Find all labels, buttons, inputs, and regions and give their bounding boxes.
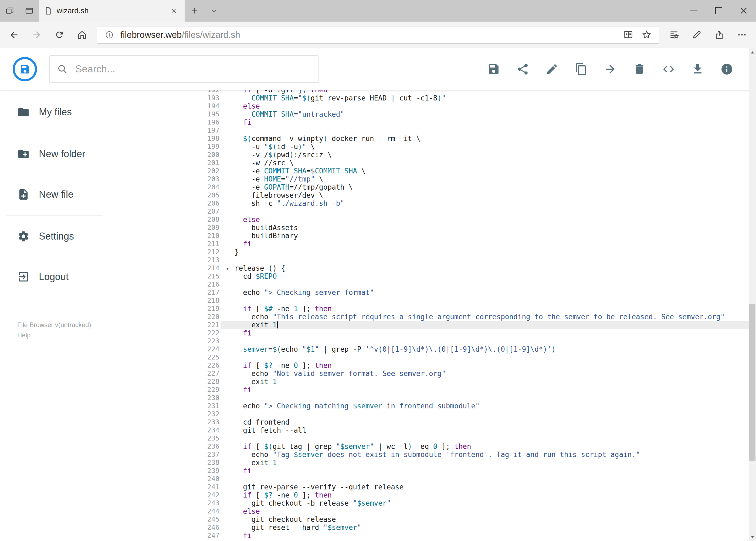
code-row[interactable]: 219 if [ $# -ne 1 ]; then <box>109 305 756 313</box>
code-row[interactable]: 235 <box>109 434 756 442</box>
site-info-icon[interactable] <box>102 28 117 42</box>
add-favorite-button[interactable] <box>639 28 654 42</box>
sidebar-item-new-file[interactable]: New file <box>0 174 109 215</box>
code-row[interactable]: 241 git rev-parse --verify --quiet relea… <box>109 483 756 491</box>
code-row[interactable]: 222 fi <box>109 329 756 337</box>
browser-tab[interactable]: wizard.sh <box>39 0 185 22</box>
search-box[interactable] <box>49 55 319 83</box>
save-button[interactable] <box>487 62 501 76</box>
code-row[interactable]: 212} <box>109 248 756 256</box>
home-button[interactable] <box>71 24 94 46</box>
code-row[interactable]: 208 else <box>109 216 756 224</box>
code-row[interactable]: 198 $(command -v winpty) docker run --rm… <box>109 135 756 143</box>
code-row[interactable]: 217 echo "> Checking semver format" <box>109 288 756 296</box>
scroll-up-button[interactable] <box>749 48 756 56</box>
filebrowser-logo[interactable] <box>12 57 37 82</box>
code-row[interactable]: 194 else <box>109 102 756 110</box>
code-row[interactable]: 204 -e GOPATH=//tmp/gopath \ <box>109 183 756 191</box>
rename-button[interactable] <box>545 62 559 76</box>
set-aside-tabs-button[interactable] <box>0 0 19 22</box>
sidebar-item-settings[interactable]: Settings <box>0 216 109 257</box>
code-row[interactable]: 228 exit 1 <box>109 377 756 386</box>
code-row[interactable]: 237 echo "Tag $semver does not exist in … <box>109 450 756 459</box>
code-row[interactable]: 229 fi <box>109 386 756 394</box>
code-row[interactable]: 242 if [ $? -ne 0 ]; then <box>109 491 756 499</box>
help-link[interactable]: Help <box>17 330 91 340</box>
code-row[interactable]: 227 echo "Not valid semver format. See s… <box>109 369 756 377</box>
code-row[interactable]: 192 if [ -d .git ]; then <box>109 90 756 94</box>
tab-strip-chevron-button[interactable] <box>204 0 223 22</box>
url-text[interactable]: filebrowser.web/files/wizard.sh <box>121 30 240 40</box>
back-button[interactable] <box>3 24 25 46</box>
code-row[interactable]: 206 sh -c "./wizard.sh -b" <box>109 199 756 208</box>
code-row[interactable]: 245 git checkout release <box>109 515 756 523</box>
move-button[interactable] <box>603 62 617 76</box>
delete-button[interactable] <box>632 62 646 76</box>
code-row[interactable]: 232 <box>109 410 756 418</box>
code-row[interactable]: 231 echo "> Checking matching $semver in… <box>109 402 756 410</box>
scroll-down-button[interactable] <box>749 533 756 541</box>
code-row[interactable]: 209 buildAssets <box>109 224 756 232</box>
code-row[interactable]: 197 <box>109 126 756 135</box>
favorites-hub-button[interactable] <box>662 24 685 46</box>
code-row[interactable]: 193 COMMIT_SHA="$(git rev-parse HEAD | c… <box>109 94 756 102</box>
code-row[interactable]: 238 exit 1 <box>109 459 756 467</box>
code-row[interactable]: 214▾release () { <box>109 264 756 272</box>
code-row[interactable]: 234 git fetch --all <box>109 426 756 434</box>
code-row[interactable]: 244 else <box>109 507 756 515</box>
fold-marker-icon[interactable]: ▾ <box>226 265 229 272</box>
code-row[interactable]: 195 COMMIT_SHA="untracked" <box>109 110 756 118</box>
minimize-button[interactable] <box>681 0 706 22</box>
sidebar-item-my-files[interactable]: My files <box>0 92 109 132</box>
code-row[interactable]: 199 -u "$(id -u)" \ <box>109 143 756 151</box>
code-row[interactable]: 207 <box>109 208 756 216</box>
tab-preview-button[interactable] <box>19 0 39 22</box>
copy-button[interactable] <box>574 62 588 76</box>
code-row[interactable]: 220 echo "This release script requires a… <box>109 313 756 321</box>
code-row[interactable]: 211 fi <box>109 240 756 248</box>
maximize-button[interactable] <box>706 0 731 22</box>
more-menu-button[interactable] <box>731 24 753 46</box>
code-row[interactable]: 224 semver=$(echo "$1" | grep -P '^v(0|[… <box>109 345 756 353</box>
code-view-button[interactable] <box>661 62 675 76</box>
new-tab-button[interactable] <box>185 0 204 22</box>
forward-button[interactable] <box>25 24 48 46</box>
code-row[interactable]: 226 if [ $? -ne 0 ]; then <box>109 361 756 369</box>
code-row[interactable]: 215 cd $REPO <box>109 272 756 280</box>
code-row[interactable]: 240 <box>109 475 756 483</box>
code-row[interactable]: 196 fi <box>109 118 756 126</box>
code-row[interactable]: 239 fi <box>109 467 756 475</box>
share-file-button[interactable] <box>516 62 530 76</box>
code-row[interactable]: 200 -v /$(pwd):/src:z \ <box>109 151 756 159</box>
sidebar-item-logout[interactable]: Logout <box>0 257 109 297</box>
share-button[interactable] <box>708 24 731 46</box>
code-row[interactable]: 233 cd frontend <box>109 418 756 426</box>
code-row[interactable]: 223 <box>109 337 756 345</box>
code-row[interactable]: 246 git reset --hard "$semver" <box>109 523 756 532</box>
reading-view-button[interactable] <box>621 28 635 42</box>
info-button[interactable] <box>720 62 734 76</box>
code-row[interactable]: 216 <box>109 280 756 288</box>
search-input[interactable] <box>75 63 311 75</box>
web-notes-button[interactable] <box>685 24 708 46</box>
code-row[interactable]: 230 <box>109 394 756 402</box>
code-row[interactable]: 225 <box>109 353 756 361</box>
code-row[interactable]: 205 filebrowser/dev \ <box>109 191 756 199</box>
code-row[interactable]: 201 -w //src \ <box>109 159 756 167</box>
code-row[interactable]: 221 exit 1 <box>109 321 756 329</box>
address-bar[interactable]: filebrowser.web/files/wizard.sh <box>97 26 659 44</box>
download-button[interactable] <box>691 62 705 76</box>
code-row[interactable]: 202 -e COMMIT_SHA=$COMMIT_SHA \ <box>109 167 756 175</box>
scrollbar-track[interactable] <box>749 56 756 533</box>
code-editor[interactable]: 192 if [ -d .git ]; then193 COMMIT_SHA="… <box>109 90 756 541</box>
code-row[interactable]: 218 <box>109 296 756 305</box>
code-row[interactable]: 213 <box>109 256 756 264</box>
close-button[interactable] <box>731 0 756 22</box>
code-row[interactable]: 243 git checkout -b release "$semver" <box>109 499 756 507</box>
code-row[interactable]: 236 if [ $(git tag | grep "$semver" | wc… <box>109 442 756 450</box>
refresh-button[interactable] <box>48 24 71 46</box>
code-row[interactable]: 210 buildBinary <box>109 232 756 240</box>
tab-close-icon[interactable] <box>168 5 179 16</box>
code-row[interactable]: 247 fi <box>109 532 756 540</box>
sidebar-item-new-folder[interactable]: New folder <box>0 134 109 174</box>
